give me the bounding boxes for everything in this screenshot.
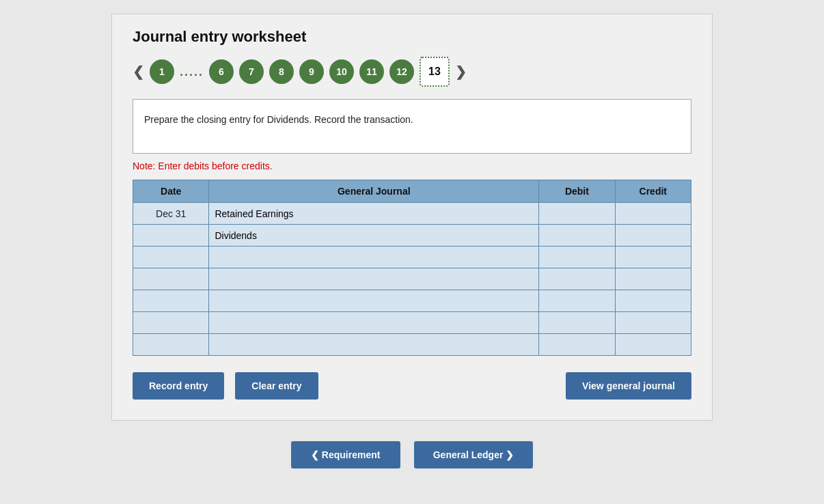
nav-step-10[interactable]: 10	[329, 59, 354, 84]
general-ledger-button[interactable]: General Ledger ❯	[414, 441, 534, 468]
row5-date	[133, 290, 209, 312]
row6-date	[133, 312, 209, 334]
nav-step-7[interactable]: 7	[239, 59, 264, 84]
view-general-journal-button[interactable]: View general journal	[566, 372, 691, 400]
row7-credit[interactable]	[615, 334, 691, 356]
row3-credit-input[interactable]	[621, 252, 685, 263]
row1-credit[interactable]	[615, 203, 691, 225]
requirement-button[interactable]: ❮ Requirement	[291, 441, 400, 468]
instruction-text: Prepare the closing entry for Dividends.…	[144, 114, 413, 125]
row5-credit-input[interactable]	[621, 296, 685, 307]
row2-journal-input[interactable]	[215, 230, 533, 241]
nav-step-1[interactable]: 1	[150, 59, 174, 84]
row4-journal-input[interactable]	[215, 274, 533, 285]
row6-journal-input[interactable]	[215, 318, 533, 328]
row4-journal[interactable]	[209, 268, 539, 290]
nav-step-9[interactable]: 9	[299, 59, 324, 84]
table-row	[133, 268, 691, 290]
row4-debit-input[interactable]	[545, 274, 609, 285]
row6-credit[interactable]	[615, 312, 691, 334]
row7-credit-input[interactable]	[621, 339, 685, 350]
row4-credit[interactable]	[615, 268, 691, 290]
col-header-date: Date	[133, 180, 209, 203]
row6-credit-input[interactable]	[621, 318, 685, 328]
row2-credit[interactable]	[615, 225, 691, 247]
bottom-navigation: ❮ Requirement General Ledger ❯	[111, 441, 713, 468]
row7-journal-input[interactable]	[215, 339, 533, 350]
note-text: Note: Enter debits before credits.	[133, 160, 691, 171]
nav-step-8[interactable]: 8	[269, 59, 294, 84]
row6-debit[interactable]	[539, 312, 615, 334]
row4-debit[interactable]	[539, 268, 615, 290]
table-row	[133, 312, 691, 334]
row1-credit-input[interactable]	[621, 208, 685, 219]
row3-date	[133, 247, 209, 268]
row1-journal-input[interactable]	[215, 208, 533, 219]
table-row	[133, 225, 691, 247]
row5-credit[interactable]	[615, 290, 691, 312]
table-row	[133, 290, 691, 312]
page-title: Journal entry worksheet	[133, 28, 691, 46]
nav-step-6[interactable]: 6	[209, 59, 234, 84]
row2-debit-input[interactable]	[545, 230, 609, 241]
row3-credit[interactable]	[615, 247, 691, 268]
clear-entry-button[interactable]: Clear entry	[235, 372, 318, 400]
nav-step-11[interactable]: 11	[359, 59, 384, 84]
row5-debit-input[interactable]	[545, 296, 609, 307]
row1-debit[interactable]	[539, 203, 615, 225]
row5-debit[interactable]	[539, 290, 615, 312]
row2-debit[interactable]	[539, 225, 615, 247]
row5-journal-input[interactable]	[215, 296, 533, 307]
record-entry-button[interactable]: Record entry	[133, 372, 224, 400]
instruction-box: Prepare the closing entry for Dividends.…	[133, 99, 691, 154]
table-row	[133, 334, 691, 356]
nav-step-13-current[interactable]: 13	[420, 57, 450, 87]
prev-arrow-button[interactable]: ❮	[133, 64, 144, 80]
row1-journal[interactable]	[209, 203, 539, 225]
row5-journal[interactable]	[209, 290, 539, 312]
row4-date	[133, 268, 209, 290]
next-arrow-button[interactable]: ❯	[455, 64, 467, 80]
journal-table: Date General Journal Debit Credit Dec 31	[133, 180, 691, 356]
row3-journal-input[interactable]	[215, 252, 533, 263]
nav-dots: .....	[180, 65, 204, 79]
col-header-debit: Debit	[539, 180, 615, 203]
action-buttons-row: Record entry Clear entry View general jo…	[133, 372, 691, 400]
col-header-journal: General Journal	[209, 180, 539, 203]
main-panel: Journal entry worksheet ❮ 1 ..... 6 7 8 …	[111, 14, 713, 421]
row7-debit-input[interactable]	[545, 339, 609, 350]
nav-step-12[interactable]: 12	[389, 59, 414, 84]
row1-debit-input[interactable]	[545, 208, 609, 219]
nav-row: ❮ 1 ..... 6 7 8 9 10 11 12 13 ❯	[133, 57, 691, 87]
row4-credit-input[interactable]	[621, 274, 685, 285]
row6-journal[interactable]	[209, 312, 539, 334]
row3-debit[interactable]	[539, 247, 615, 268]
row7-journal[interactable]	[209, 334, 539, 356]
col-header-credit: Credit	[615, 180, 691, 203]
table-row	[133, 247, 691, 268]
row1-date: Dec 31	[133, 203, 209, 225]
row2-date	[133, 225, 209, 247]
row3-journal[interactable]	[209, 247, 539, 268]
row3-debit-input[interactable]	[545, 252, 609, 263]
row6-debit-input[interactable]	[545, 318, 609, 328]
table-row: Dec 31	[133, 203, 691, 225]
row2-credit-input[interactable]	[621, 230, 685, 241]
row7-debit[interactable]	[539, 334, 615, 356]
row7-date	[133, 334, 209, 356]
row2-journal[interactable]	[209, 225, 539, 247]
